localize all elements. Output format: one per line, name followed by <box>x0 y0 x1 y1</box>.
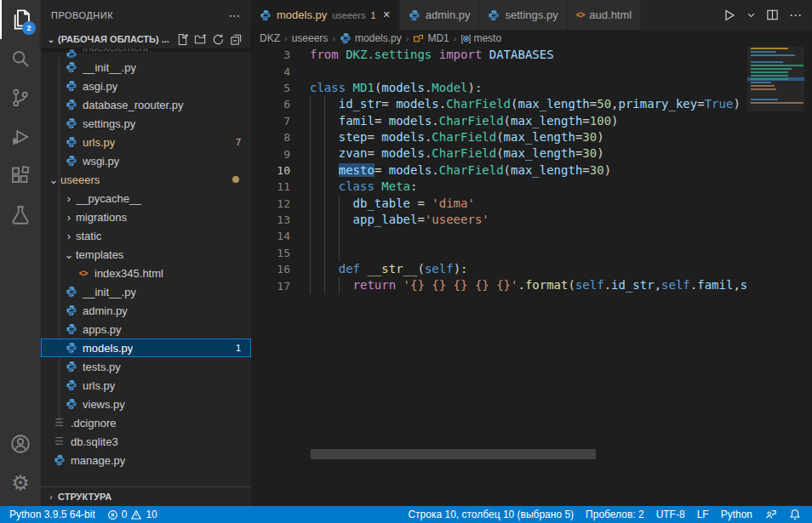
tree-file-asgi-py[interactable]: asgi.py <box>41 77 251 95</box>
run-python-file-icon[interactable] <box>723 9 736 22</box>
python-file-icon <box>65 117 77 129</box>
search-icon[interactable] <box>0 39 41 78</box>
tree-file-admin-py[interactable]: admin.py <box>41 301 251 320</box>
run-dropdown-chevron-icon[interactable] <box>746 10 756 20</box>
extensions-icon[interactable] <box>0 156 41 196</box>
tab-aud-html[interactable]: <>aud.html <box>568 0 642 30</box>
tree-file-models-py[interactable]: models.py1 <box>41 338 251 357</box>
breadcrumb-item-md1[interactable]: MD1 <box>413 32 449 44</box>
tree-file-database-roouter-py[interactable]: database_roouter.py <box>41 95 251 114</box>
indent-guide <box>310 196 311 212</box>
code-line-12[interactable]: 12 db_table = 'dima' <box>251 196 747 212</box>
tree-file-wsgi-py[interactable]: wsgi.py <box>41 151 251 170</box>
code-line-14[interactable]: 14 <box>251 228 747 244</box>
source-control-icon[interactable] <box>0 78 41 117</box>
python-file-icon <box>65 61 77 73</box>
indent-guide <box>324 96 325 112</box>
code-line-13[interactable]: 13 app_label='useeers' <box>251 212 747 228</box>
line-number: 12 <box>251 197 290 210</box>
indent-guide <box>310 96 311 112</box>
code-line-17[interactable]: 17 return '{} {} {} {} {}'.format(self.i… <box>251 277 747 293</box>
tree-file-views-py[interactable]: views.py <box>41 395 251 413</box>
code-line-15[interactable]: 15 <box>251 245 747 261</box>
tree-file-index345-html[interactable]: <>index345.html <box>41 264 251 282</box>
testing-icon[interactable] <box>0 196 41 235</box>
line-number: 4 <box>251 65 290 78</box>
code-line-5[interactable]: 5class MD1(models.Model): <box>251 80 747 96</box>
code-line-10[interactable]: 10 mesto= models.CharField(max_length=30… <box>251 162 747 179</box>
minimap[interactable] <box>747 47 804 496</box>
feedback-icon[interactable] <box>758 506 783 523</box>
tree-file-apps-py[interactable]: apps.py <box>41 320 251 338</box>
tab-models-py[interactable]: models.pyuseeers1✕ <box>251 0 400 30</box>
python-interpreter-status[interactable]: Python 3.9.5 64-bit <box>3 506 101 523</box>
tree-file--init-py[interactable]: __init__.py <box>41 282 251 301</box>
breadcrumb-item-models-py[interactable]: models.py <box>340 32 402 44</box>
tree-file-urls-py[interactable]: urls.py7 <box>41 133 251 151</box>
breadcrumb-item-useeers[interactable]: useeers <box>292 32 329 44</box>
explorer-icon[interactable]: 2 <box>0 0 41 39</box>
tree-file-manage-py[interactable]: manage.py <box>41 451 251 469</box>
tab-settings-py[interactable]: settings.py <box>479 0 567 30</box>
account-icon[interactable] <box>0 424 41 463</box>
refresh-icon[interactable] <box>212 33 225 46</box>
collapse-all-icon[interactable] <box>230 33 243 46</box>
modified-dot-badge <box>232 176 239 183</box>
tree-file-settings-py[interactable]: settings.py <box>41 114 251 133</box>
code-line-16[interactable]: 16 def __str__(self): <box>251 261 747 277</box>
python-file-icon <box>65 342 77 354</box>
code-editor[interactable]: 3from DKZ.settings import DATABASES45cla… <box>251 47 747 496</box>
tree-file--dcignore[interactable]: ☰.dcignore <box>41 413 251 432</box>
indentation-status[interactable]: Пробелов: 2 <box>580 506 650 523</box>
indent-guide <box>324 179 325 195</box>
code-line-8[interactable]: 8 step= models.CharField(max_length=30) <box>251 129 747 145</box>
notifications-bell-icon[interactable] <box>783 506 807 523</box>
close-icon[interactable]: ✕ <box>383 9 391 20</box>
code-line-9[interactable]: 9 zvan= models.CharField(max_length=30) <box>251 145 747 162</box>
tree-file-urls-py[interactable]: urls.py <box>41 376 251 395</box>
code-line-11[interactable]: 11 class Meta: <box>251 179 747 195</box>
explorer-more-icon[interactable]: ⋯ <box>229 9 242 22</box>
horizontal-scrollbar[interactable] <box>311 449 596 459</box>
tab-admin-py[interactable]: admin.py <box>400 0 480 30</box>
settings-gear-icon[interactable]: ⚙ <box>0 463 41 503</box>
tree-file-tests-py[interactable]: tests.py <box>41 357 251 376</box>
problems-status[interactable]: 0 10 <box>101 506 163 523</box>
python-file-icon <box>65 379 77 391</box>
breadcrumb-item-dkz[interactable]: DKZ <box>260 32 280 44</box>
outline-section-header[interactable]: › СТРУКТУРА <box>41 486 251 506</box>
line-number: 3 <box>251 48 290 61</box>
tree-folder-static[interactable]: ›static <box>41 226 251 245</box>
code-line-3[interactable]: 3from DKZ.settings import DATABASES <box>251 47 747 63</box>
indent-guide <box>339 212 340 228</box>
tree-folder-useeers[interactable]: ⌄useeers <box>41 170 251 189</box>
indent-guide <box>324 228 325 244</box>
chevron-down-icon: ⌄ <box>49 173 59 186</box>
tree-file--init-py[interactable]: __init__.py <box>41 58 251 77</box>
python-file-icon <box>65 361 77 372</box>
warning-icon <box>130 509 142 520</box>
new-file-icon[interactable] <box>176 33 189 46</box>
cursor-position-status[interactable]: Строка 10, столбец 10 (выбрано 5) <box>402 506 580 523</box>
code-line-4[interactable]: 4 <box>251 63 747 79</box>
tree-folder--pycache-[interactable]: ›__pycache__ <box>41 189 251 207</box>
run-debug-icon[interactable] <box>0 117 41 156</box>
breadcrumb-item-mesto[interactable]: [⊗]mesto <box>460 32 501 44</box>
tree-folder-migrations[interactable]: ›migrations <box>41 207 251 226</box>
indent-guide <box>310 113 311 129</box>
eol-status[interactable]: LF <box>691 506 715 523</box>
line-number: 16 <box>251 263 290 276</box>
more-actions-icon[interactable]: ⋯ <box>789 8 802 23</box>
new-folder-icon[interactable] <box>194 33 207 46</box>
code-line-6[interactable]: 6 id_str= models.CharField(max_length=50… <box>251 96 747 112</box>
tree-file-db-sqlite3[interactable]: ☰db.sqlite3 <box>41 432 251 451</box>
split-editor-icon[interactable] <box>766 9 779 21</box>
tree-file-indexelement[interactable]: indexelement <box>41 48 251 58</box>
encoding-status[interactable]: UTF-8 <box>650 506 691 523</box>
html-file-icon: <> <box>77 269 89 278</box>
tree-folder-templates[interactable]: ⌄templates <box>41 245 251 264</box>
vertical-scrollbar[interactable] <box>804 47 812 496</box>
language-mode-status[interactable]: Python <box>715 506 758 523</box>
code-line-7[interactable]: 7 famil= models.CharField(max_length=100… <box>251 113 747 129</box>
workspace-section-header[interactable]: ⌄ (РАБОЧАЯ ОБЛАСТЬ) ... <box>41 30 251 48</box>
